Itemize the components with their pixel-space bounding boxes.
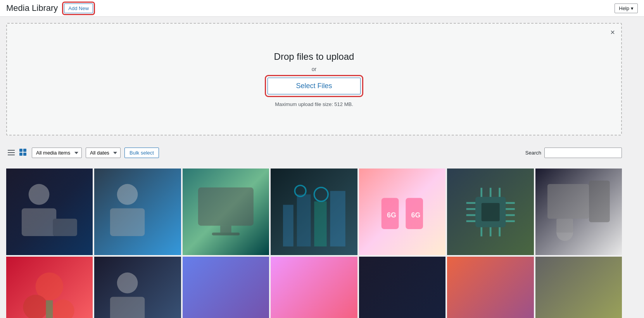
svg-rect-3 (19, 149, 22, 152)
list-item[interactable] (183, 257, 269, 318)
list-item[interactable] (447, 257, 534, 318)
list-item[interactable] (359, 257, 445, 318)
svg-rect-13 (220, 226, 231, 233)
dates-filter[interactable]: All dates (86, 148, 121, 158)
svg-rect-5 (19, 153, 22, 156)
list-item[interactable] (271, 169, 357, 255)
svg-point-49 (117, 273, 138, 294)
select-files-button[interactable]: Select Files (268, 78, 361, 94)
svg-rect-26 (481, 203, 499, 221)
svg-rect-48 (46, 300, 53, 318)
list-icon (8, 150, 15, 155)
list-item[interactable]: 6G 6G (359, 169, 445, 255)
flowers-icon (15, 266, 84, 318)
list-item[interactable] (271, 257, 357, 318)
list-item[interactable] (94, 257, 181, 318)
list-item[interactable] (6, 257, 93, 318)
svg-rect-4 (23, 149, 26, 152)
svg-text:6G: 6G (387, 211, 396, 219)
chevron-down-icon: ▾ (631, 5, 634, 11)
list-item[interactable] (94, 169, 181, 255)
svg-rect-17 (314, 202, 326, 247)
svg-rect-1 (8, 152, 15, 153)
select-files-wrapper: Select Files (268, 78, 361, 94)
svg-text:6G: 6G (411, 211, 421, 219)
svg-rect-15 (283, 205, 294, 247)
list-item[interactable] (6, 169, 93, 255)
list-item[interactable] (535, 257, 622, 318)
upload-area: × Drop files to upload or Select Files M… (6, 23, 622, 136)
upload-title: Drop files to upload (274, 51, 354, 62)
svg-rect-41 (547, 184, 589, 219)
svg-rect-8 (22, 209, 56, 236)
svg-rect-12 (198, 188, 254, 226)
microchip-icon (460, 182, 521, 242)
svg-rect-6 (23, 153, 26, 156)
svg-point-47 (52, 299, 74, 318)
workstation-person-icon (544, 177, 613, 247)
svg-rect-0 (8, 150, 15, 151)
list-item[interactable] (183, 169, 269, 255)
grid-view-button[interactable] (18, 147, 28, 158)
svg-rect-18 (330, 191, 345, 247)
top-bar: Media Library Add New Help ▾ (0, 0, 644, 17)
main-content: × Drop files to upload or Select Files M… (0, 17, 628, 318)
6g-phones-icon: 6G 6G (368, 177, 437, 247)
svg-point-20 (314, 188, 328, 202)
bulk-select-button[interactable]: Bulk select (124, 148, 159, 158)
svg-rect-44 (556, 219, 573, 233)
add-new-button[interactable]: Add New (64, 3, 93, 13)
search-label: Search (525, 150, 541, 156)
svg-point-10 (117, 184, 138, 205)
upload-max-size: Maximum upload file size: 512 MB. (275, 101, 353, 107)
coding-dark-icon (103, 266, 173, 318)
search-area: Search (525, 148, 622, 158)
svg-rect-42 (589, 181, 610, 222)
grid-icon (19, 149, 26, 156)
upload-or-text: or (312, 66, 316, 72)
close-upload-button[interactable]: × (610, 28, 615, 36)
coding-person-icon (15, 177, 84, 247)
media-grid: 6G 6G (6, 169, 622, 318)
list-item[interactable] (447, 169, 534, 255)
svg-point-7 (29, 184, 50, 205)
coding-person2-icon (103, 177, 173, 247)
svg-rect-50 (110, 297, 145, 318)
city-network-icon (280, 177, 349, 247)
imac-icon (191, 177, 261, 247)
help-button[interactable]: Help ▾ (615, 3, 638, 13)
svg-rect-16 (297, 195, 311, 247)
svg-rect-9 (53, 219, 78, 236)
svg-rect-11 (110, 209, 145, 236)
svg-rect-14 (212, 233, 240, 235)
page-title: Media Library (6, 3, 58, 13)
search-input[interactable] (544, 148, 622, 158)
svg-rect-2 (8, 155, 15, 155)
media-items-filter[interactable]: All media items (32, 148, 82, 158)
list-item[interactable] (535, 169, 622, 255)
media-toolbar: All media items All dates Bulk select Se… (6, 143, 622, 162)
top-bar-left: Media Library Add New (6, 3, 93, 13)
view-toggle (6, 147, 28, 158)
list-view-button[interactable] (6, 148, 16, 158)
